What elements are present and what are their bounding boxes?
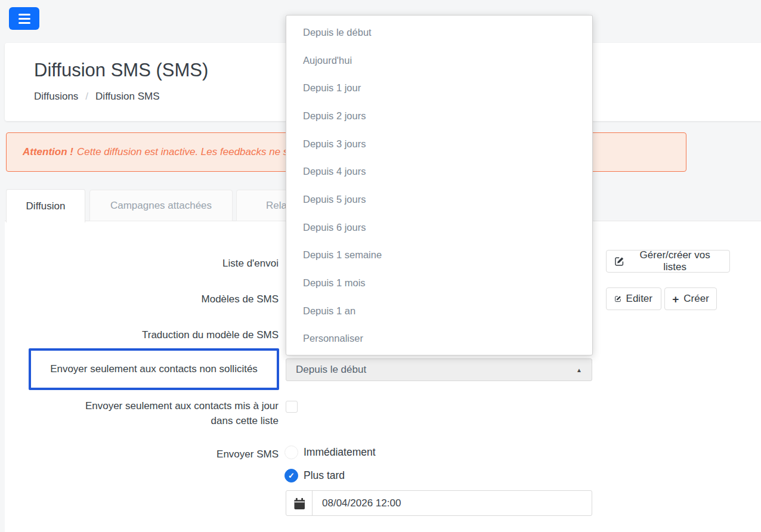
period-select-value: Depuis le début [296, 364, 366, 376]
dropdown-option[interactable]: Depuis 4 jours [286, 157, 592, 185]
hamburger-menu-button[interactable] [9, 7, 39, 30]
label-contacts-mis-a-jour: Envoyer seulement aux contacts mis à jou… [64, 398, 279, 428]
dropdown-option[interactable]: Aujourd'hui [286, 47, 592, 75]
breadcrumb: Diffusions / Diffusion SMS [34, 91, 159, 103]
create-template-label: Créer [683, 293, 709, 305]
alert-prefix: Attention ! [23, 146, 73, 158]
breadcrumb-item-diffusion-sms: Diffusion SMS [95, 91, 159, 103]
page-title: Diffusion SMS (SMS) [34, 60, 208, 81]
tab-diffusion-label: Diffusion [26, 200, 66, 212]
breadcrumb-item-diffusions[interactable]: Diffusions [34, 91, 78, 103]
dropdown-option[interactable]: Depuis 6 jours [286, 214, 592, 242]
mis-a-jour-checkbox[interactable] [286, 401, 298, 413]
edit-template-button[interactable]: Editer [606, 287, 661, 310]
manage-lists-button[interactable]: Gérer/créer vos listes [606, 250, 730, 273]
calendar-button[interactable] [286, 491, 313, 515]
breadcrumb-separator: / [85, 91, 88, 103]
tab-diffusion[interactable]: Diffusion [6, 189, 85, 222]
tab-campagnes-attachees[interactable]: Campagnes attachées [89, 190, 233, 221]
edit-icon [615, 294, 621, 304]
dropdown-option[interactable]: Depuis le début [286, 18, 592, 47]
period-select[interactable]: Depuis le début ▲ [286, 358, 592, 381]
dropdown-option[interactable]: Depuis 5 jours [286, 185, 592, 214]
dropdown-option[interactable]: Depuis 3 jours [286, 130, 592, 158]
period-dropdown-menu: Depuis le début Aujourd'hui Depuis 1 jou… [286, 15, 593, 355]
create-template-button[interactable]: + Créer [664, 287, 717, 310]
dropdown-option[interactable]: Personnaliser [286, 325, 592, 353]
label-traduction-modele: Traduction du modèle de SMS [12, 327, 279, 342]
dropdown-option[interactable]: Depuis 1 jour [286, 74, 592, 102]
dropdown-option[interactable]: Depuis 1 semaine [286, 242, 592, 270]
label-modeles-sms: Modèles de SMS [12, 292, 279, 307]
radio-unchecked-icon [284, 446, 298, 459]
tab-campagnes-label: Campagnes attachées [110, 200, 212, 212]
datetime-input-group: 08/04/2026 12:00 [286, 490, 592, 516]
hamburger-icon [18, 14, 30, 16]
label-liste-envoi: Liste d'envoi [12, 256, 279, 271]
radio-immediatement-label: Immédiatement [304, 446, 376, 459]
radio-immediatement[interactable]: Immédiatement [284, 446, 376, 459]
edit-template-label: Editer [626, 293, 652, 305]
dropdown-option[interactable]: Depuis 1 an [286, 297, 592, 325]
dropdown-option[interactable]: Depuis 1 mois [286, 269, 592, 297]
label-envoyer-sms: Envoyer SMS [12, 447, 279, 462]
label-contacts-non-sollicites: Envoyer seulement aux contacts non solli… [50, 363, 258, 375]
manage-lists-label: Gérer/créer vos listes [629, 249, 721, 273]
radio-plus-tard-label: Plus tard [304, 469, 345, 482]
calendar-icon [293, 497, 305, 509]
radio-checked-icon: ✓ [284, 469, 298, 482]
radio-plus-tard[interactable]: ✓ Plus tard [284, 469, 345, 482]
datetime-value[interactable]: 08/04/2026 12:00 [313, 491, 401, 515]
highlighted-label-contacts-non-sollicites: Envoyer seulement aux contacts non solli… [29, 348, 279, 390]
edit-icon [615, 256, 624, 266]
dropdown-option[interactable]: Depuis 2 jours [286, 102, 592, 130]
plus-icon: + [672, 293, 679, 305]
caret-up-icon: ▲ [576, 367, 582, 373]
